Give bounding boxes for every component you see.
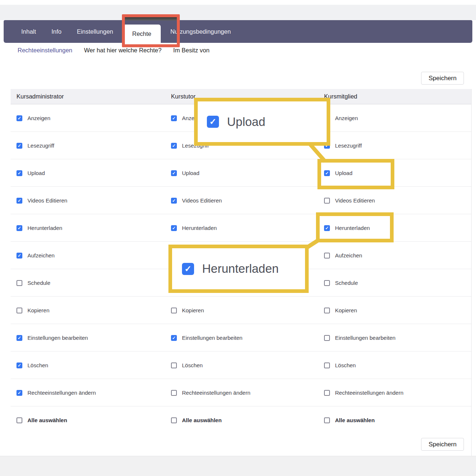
checkbox-kurstutor-videos-editieren[interactable]: ✓ bbox=[171, 198, 177, 204]
checkbox-kursadministrator-aufzeichen[interactable]: ✓ bbox=[16, 253, 22, 259]
callout-upload-label: Upload bbox=[227, 115, 265, 129]
checkbox-label[interactable]: Alle auswählen bbox=[182, 417, 222, 423]
checkbox-kursmitglied-schedule[interactable] bbox=[324, 280, 330, 286]
checkbox-kursadministrator-kopieren[interactable] bbox=[16, 308, 22, 313]
checkbox-label[interactable]: Einstellungen bearbeiten bbox=[335, 335, 395, 341]
checkbox-label[interactable]: Rechteeinstellungen ändern bbox=[182, 390, 250, 396]
callout-upload: ✓ Upload bbox=[194, 98, 330, 146]
subtab-rechteeinstellungen[interactable]: Rechteeinstellungen bbox=[18, 47, 72, 54]
checkbox-kursadministrator-videos-editieren[interactable]: ✓ bbox=[16, 198, 22, 204]
permission-cell-kursadministrator-kopieren: Kopieren bbox=[16, 297, 49, 324]
checkbox-label[interactable]: Herunterladen bbox=[182, 225, 217, 231]
subtab-wer-hat-welche-rechte[interactable]: Wer hat hier welche Rechte? bbox=[84, 47, 162, 54]
permission-cell-kursadministrator-rechteeinstellungen-ndern: ✓Rechteeinstellungen ändern bbox=[16, 379, 96, 406]
save-button-top[interactable]: Speichern bbox=[421, 72, 464, 85]
checkbox-kurstutor-alle-ausw-hlen[interactable] bbox=[171, 417, 177, 423]
checkbox-label[interactable]: Schedule bbox=[335, 280, 358, 286]
permission-cell-kursadministrator-videos-editieren: ✓Videos Editieren bbox=[16, 187, 67, 214]
content-right-border bbox=[471, 89, 472, 456]
checkbox-label[interactable]: Löschen bbox=[335, 362, 356, 368]
permission-cell-kurstutor-herunterladen: ✓Herunterladen bbox=[171, 214, 217, 242]
checkbox-kurstutor-anzeigen[interactable]: ✓ bbox=[171, 115, 177, 121]
checkbox-label[interactable]: Einstellungen bearbeiten bbox=[182, 335, 242, 341]
dark-strip bbox=[125, 17, 177, 21]
checkbox-kurstutor-lesezugriff[interactable]: ✓ bbox=[171, 143, 177, 149]
highlight-box-upload bbox=[317, 159, 394, 189]
checkbox-label[interactable]: Anzeigen bbox=[335, 115, 358, 121]
checkbox-label[interactable]: Einstellungen bearbeiten bbox=[27, 335, 88, 341]
checkbox-kurstutor-einstellungen-bearbeiten[interactable]: ✓ bbox=[171, 335, 177, 341]
column-header-kurstutor: Kurstutor bbox=[171, 89, 196, 104]
permission-cell-kurstutor-kopieren: Kopieren bbox=[171, 297, 204, 324]
checkbox-kursadministrator-rechteeinstellungen-ndern[interactable]: ✓ bbox=[16, 390, 22, 396]
table-row: KopierenKopierenKopieren bbox=[11, 297, 471, 324]
checkbox-kursmitglied-videos-editieren[interactable] bbox=[324, 198, 330, 204]
checkbox-label[interactable]: Upload bbox=[182, 170, 200, 176]
permission-cell-kursmitglied-aufzeichen: Aufzeichen bbox=[324, 242, 362, 269]
checkbox-label[interactable]: Löschen bbox=[27, 362, 48, 368]
checkbox-kursadministrator-herunterladen[interactable]: ✓ bbox=[16, 225, 22, 231]
permission-cell-kurstutor-alle-ausw-hlen: Alle auswählen bbox=[171, 406, 222, 434]
checkbox-kursmitglied-rechteeinstellungen-ndern[interactable] bbox=[324, 390, 330, 396]
checkbox-kursmitglied-kopieren[interactable] bbox=[324, 308, 330, 313]
checkbox-kurstutor-upload[interactable]: ✓ bbox=[171, 170, 177, 176]
callout-herunterladen-checkbox[interactable]: ✓ bbox=[182, 263, 194, 275]
checkbox-kurstutor-l-schen[interactable] bbox=[171, 362, 177, 368]
checkbox-label[interactable]: Lesezugriff bbox=[27, 142, 54, 149]
checkbox-kursadministrator-schedule[interactable] bbox=[16, 280, 22, 286]
red-highlight-box bbox=[122, 14, 180, 47]
checkbox-label[interactable]: Aufzeichen bbox=[27, 252, 55, 259]
checkbox-label[interactable]: Alle auswählen bbox=[27, 417, 67, 423]
checkbox-label[interactable]: Alle auswählen bbox=[335, 417, 375, 423]
checkbox-label[interactable]: Videos Editieren bbox=[27, 197, 67, 204]
checkbox-label[interactable]: Anzeigen bbox=[27, 115, 51, 121]
permission-cell-kursadministrator-aufzeichen: ✓Aufzeichen bbox=[16, 242, 55, 269]
checkbox-label[interactable]: Löschen bbox=[182, 362, 203, 368]
checkbox-label[interactable]: Kopieren bbox=[335, 307, 357, 313]
checkbox-label[interactable]: Rechteeinstellungen ändern bbox=[27, 390, 96, 396]
permission-cell-kursmitglied-alle-ausw-hlen: Alle auswählen bbox=[324, 406, 375, 434]
callout-herunterladen-label: Herunterladen bbox=[202, 262, 279, 276]
subtab-im-besitz-von[interactable]: Im Besitz von bbox=[173, 47, 209, 54]
checkbox-label[interactable]: Videos Editieren bbox=[335, 197, 375, 204]
checkbox-label[interactable]: Kopieren bbox=[182, 307, 204, 313]
checkbox-kursadministrator-lesezugriff[interactable]: ✓ bbox=[16, 143, 22, 149]
callout-upload-checkbox[interactable]: ✓ bbox=[207, 116, 219, 128]
permission-cell-kurstutor-videos-editieren: ✓Videos Editieren bbox=[171, 187, 222, 214]
checkbox-label[interactable]: Herunterladen bbox=[27, 225, 62, 231]
checkbox-kursmitglied-aufzeichen[interactable] bbox=[324, 253, 330, 259]
callout-herunterladen: ✓ Herunterladen bbox=[168, 245, 309, 293]
checkbox-label[interactable]: Schedule bbox=[27, 280, 51, 286]
checkbox-kursadministrator-l-schen[interactable]: ✓ bbox=[16, 362, 22, 368]
page: Inhalt Info Einstellungen Rechte Nutzung… bbox=[0, 0, 476, 476]
checkbox-kursadministrator-alle-ausw-hlen[interactable] bbox=[16, 417, 22, 423]
permission-cell-kurstutor-l-schen: Löschen bbox=[171, 352, 203, 379]
checkbox-kursmitglied-l-schen[interactable] bbox=[324, 362, 330, 368]
checkbox-kursmitglied-alle-ausw-hlen[interactable] bbox=[324, 417, 330, 423]
checkbox-kursadministrator-einstellungen-bearbeiten[interactable]: ✓ bbox=[16, 335, 22, 341]
checkbox-kurstutor-kopieren[interactable] bbox=[171, 308, 177, 313]
tab-einstellungen[interactable]: Einstellungen bbox=[69, 28, 121, 35]
save-button-bottom[interactable]: Speichern bbox=[421, 438, 464, 451]
column-header-kursadministrator: Kursadministrator bbox=[16, 89, 64, 104]
checkbox-label[interactable]: Kopieren bbox=[27, 307, 49, 313]
table-row: ✓Videos Editieren✓Videos EditierenVideos… bbox=[11, 187, 471, 214]
checkbox-label[interactable]: Aufzeichen bbox=[335, 252, 362, 259]
checkbox-label[interactable]: Videos Editieren bbox=[182, 197, 222, 204]
permission-cell-kursadministrator-l-schen: ✓Löschen bbox=[16, 352, 48, 379]
top-strip bbox=[0, 5, 476, 20]
checkbox-label[interactable]: Rechteeinstellungen ändern bbox=[335, 390, 404, 396]
tab-info[interactable]: Info bbox=[44, 28, 69, 35]
tab-inhalt[interactable]: Inhalt bbox=[14, 28, 44, 35]
permission-cell-kursadministrator-alle-ausw-hlen: Alle auswählen bbox=[16, 406, 67, 434]
checkbox-kursadministrator-upload[interactable]: ✓ bbox=[16, 170, 22, 176]
table-row: ✓Einstellungen bearbeiten✓Einstellungen … bbox=[11, 324, 471, 352]
checkbox-kurstutor-rechteeinstellungen-ndern[interactable] bbox=[171, 390, 177, 396]
checkbox-kursmitglied-einstellungen-bearbeiten[interactable] bbox=[324, 335, 330, 341]
permission-cell-kursadministrator-lesezugriff: ✓Lesezugriff bbox=[16, 132, 54, 159]
checkbox-label[interactable]: Upload bbox=[27, 170, 45, 176]
checkbox-kurstutor-herunterladen[interactable]: ✓ bbox=[171, 225, 177, 231]
checkbox-kursadministrator-anzeigen[interactable]: ✓ bbox=[16, 115, 22, 121]
checkbox-label[interactable]: Lesezugriff bbox=[335, 142, 362, 149]
table-row: ✓Rechteeinstellungen ändernRechteeinstel… bbox=[11, 379, 471, 406]
